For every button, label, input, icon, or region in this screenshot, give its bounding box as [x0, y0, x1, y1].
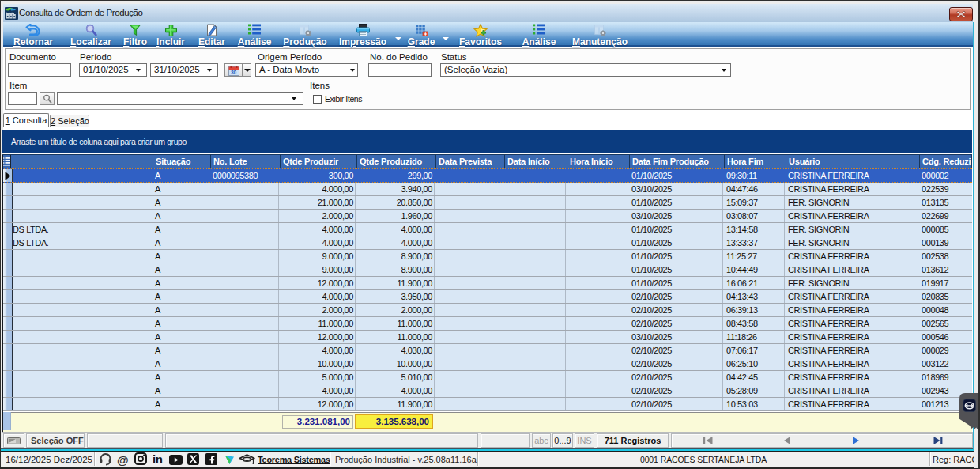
svg-text:30: 30	[231, 70, 237, 75]
